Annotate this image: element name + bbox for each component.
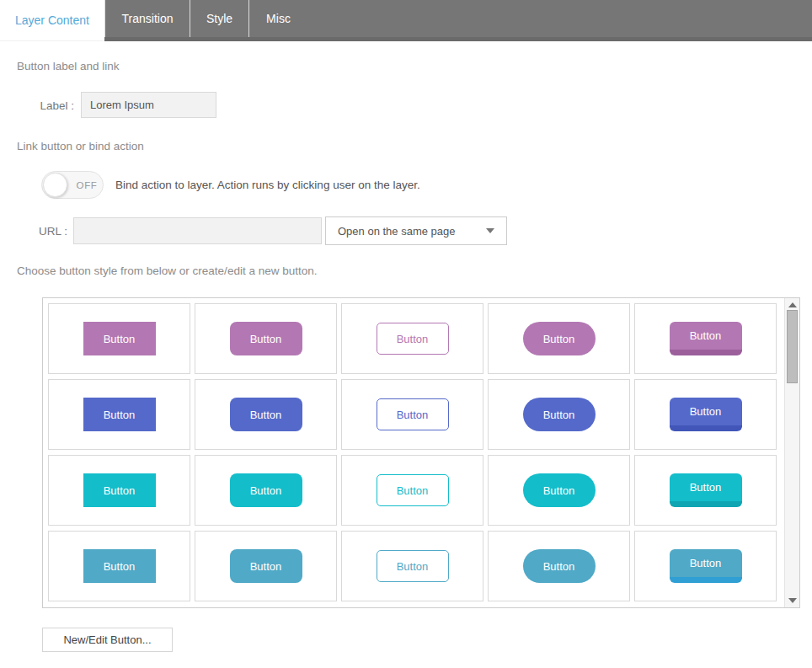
button-style-cell-blue-pill[interactable]: Button [488, 379, 630, 450]
button-preview-threed: Button [670, 473, 742, 507]
button-style-cell-purple-threed[interactable]: Button [634, 303, 777, 374]
tab-transition[interactable]: Transition [104, 0, 190, 37]
button-style-cell-blue-rounded[interactable]: Button [195, 379, 337, 450]
button-style-cell-blue-square[interactable]: Button [48, 379, 190, 450]
button-style-cell-cyan-pill[interactable]: Button [488, 455, 630, 526]
toggle-knob-icon [43, 173, 67, 197]
button-preview-rounded: Button [230, 322, 302, 355]
button-preview-rounded: Button [230, 398, 302, 431]
button-style-cell-cyan-square[interactable]: Button [48, 455, 190, 526]
button-preview-outline: Button [377, 398, 449, 430]
section-heading-button-style: Choose button style from below or create… [17, 265, 317, 277]
scroll-down-arrow-icon[interactable] [788, 598, 797, 603]
tab-bar: Layer Content Transition Style Misc [0, 0, 812, 41]
caret-down-icon [486, 228, 494, 233]
section-heading-link-bind: Link button or bind action [17, 140, 144, 152]
button-preview-rounded: Button [230, 473, 302, 507]
button-style-cell-purple-rounded[interactable]: Button [195, 303, 337, 374]
button-preview-square: Button [83, 549, 156, 583]
button-style-cell-purple-pill[interactable]: Button [488, 303, 630, 374]
scrollbar[interactable] [784, 298, 799, 607]
tab-layer-content[interactable]: Layer Content [0, 0, 104, 41]
button-preview-pill: Button [523, 398, 596, 431]
button-style-cell-blue-outline[interactable]: Button [341, 379, 483, 450]
button-style-cell-cyan-threed[interactable]: Button [634, 455, 777, 526]
bind-action-toggle[interactable]: OFF [41, 171, 104, 199]
tab-style[interactable]: Style [190, 0, 248, 37]
label-field-label: Label : [0, 99, 74, 112]
tab-misc[interactable]: Misc [248, 0, 307, 37]
button-preview-outline: Button [377, 474, 449, 506]
button-style-cell-steel-blue-outline[interactable]: Button [341, 531, 483, 601]
button-style-cell-steel-blue-pill[interactable]: Button [488, 531, 630, 601]
button-style-cell-steel-blue-rounded[interactable]: Button [195, 531, 337, 601]
button-style-panel: ButtonButtonButtonButtonButtonButtonButt… [42, 297, 800, 608]
button-preview-rounded: Button [230, 549, 302, 583]
button-preview-square: Button [83, 473, 156, 507]
button-style-cell-steel-blue-square[interactable]: Button [48, 531, 190, 601]
button-preview-outline: Button [377, 550, 449, 582]
link-target-selected-value: Open on the same page [326, 225, 486, 238]
button-style-cell-cyan-rounded[interactable]: Button [195, 455, 337, 526]
button-style-cell-purple-outline[interactable]: Button [341, 303, 483, 374]
button-style-cell-blue-threed[interactable]: Button [634, 379, 777, 450]
scroll-up-arrow-icon[interactable] [788, 302, 797, 307]
url-input[interactable] [73, 217, 322, 244]
button-style-cell-purple-square[interactable]: Button [48, 303, 190, 374]
layer-properties-dialog: Layer Content Transition Style Misc Butt… [0, 0, 812, 668]
section-heading-button-label: Button label and link [17, 60, 120, 72]
link-target-select[interactable]: Open on the same page [325, 216, 507, 245]
button-preview-outline: Button [377, 323, 449, 355]
button-style-cell-cyan-outline[interactable]: Button [341, 455, 483, 526]
button-preview-pill: Button [523, 473, 596, 507]
scrollbar-thumb[interactable] [787, 310, 798, 383]
button-preview-threed: Button [670, 398, 742, 431]
button-preview-square: Button [83, 322, 156, 355]
label-input[interactable] [81, 92, 216, 118]
url-field-label: URL : [0, 225, 67, 238]
button-style-grid: ButtonButtonButtonButtonButtonButtonButt… [43, 298, 784, 607]
button-preview-threed: Button [670, 549, 742, 583]
button-preview-pill: Button [523, 549, 596, 583]
button-preview-square: Button [83, 398, 156, 431]
toggle-description: Bind action to layer. Action runs by cli… [115, 179, 420, 191]
new-edit-button[interactable]: New/Edit Button... [42, 628, 173, 652]
button-preview-threed: Button [670, 322, 742, 355]
toggle-state-label: OFF [72, 172, 101, 198]
button-style-cell-steel-blue-threed[interactable]: Button [634, 531, 777, 601]
button-preview-pill: Button [523, 322, 596, 355]
